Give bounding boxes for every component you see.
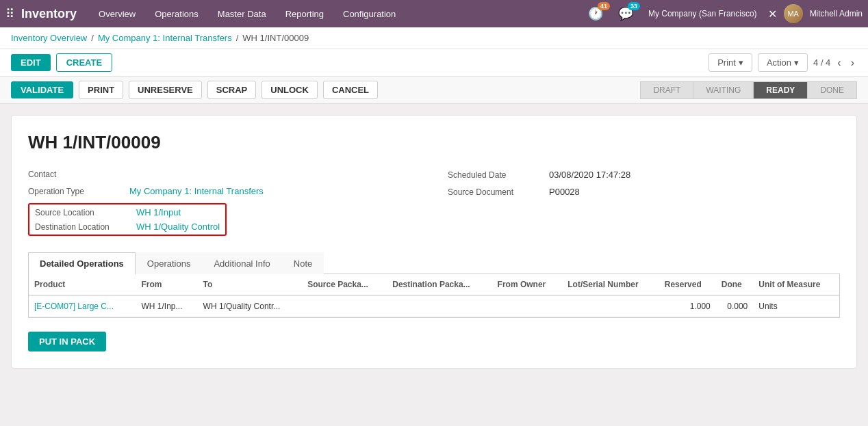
page-info: 4 / 4: [813, 57, 830, 68]
cell-uom: Units: [753, 295, 839, 317]
avatar: MA: [784, 4, 803, 23]
scheduled-date-field: Scheduled Date 03/08/2020 17:47:28: [448, 170, 840, 180]
cell-dest-pack: [387, 295, 492, 317]
messages-button[interactable]: 💬 33: [614, 5, 637, 23]
document-card: WH 1/INT/00009 Contact Operation Type My…: [11, 115, 857, 369]
print-label: Print: [717, 57, 736, 68]
fields-right: Scheduled Date 03/08/2020 17:47:28 Sourc…: [448, 170, 840, 236]
nav-menu: Overview Operations Master Data Reportin…: [90, 6, 584, 22]
cell-from: WH 1/Inp...: [136, 295, 197, 317]
tab-detailed-operations[interactable]: Detailed Operations: [28, 252, 136, 274]
col-to: To: [198, 274, 303, 295]
tabs: Detailed Operations Operations Additiona…: [28, 252, 840, 274]
step-ready: READY: [753, 81, 808, 99]
action-bar: EDIT CREATE Print ▾ Action ▾ 4 / 4 ‹ ›: [0, 49, 868, 77]
tab-note[interactable]: Note: [282, 252, 324, 274]
col-done: Done: [716, 274, 754, 295]
contact-label: Contact: [28, 170, 124, 179]
nav-overview[interactable]: Overview: [90, 6, 144, 22]
breadcrumb-overview[interactable]: Inventory Overview: [11, 33, 87, 43]
prev-page-button[interactable]: ‹: [834, 55, 843, 70]
status-steps: DRAFT WAITING READY DONE: [641, 81, 857, 99]
source-location-field: Source Location WH 1/Input: [35, 207, 220, 217]
user-name: Mitchell Admin: [810, 9, 863, 18]
nav-master-data[interactable]: Master Data: [209, 6, 275, 22]
operation-type-label: Operation Type: [28, 187, 124, 196]
nav-reporting[interactable]: Reporting: [277, 6, 332, 22]
cell-to: WH 1/Quality Contr...: [198, 295, 303, 317]
put-in-pack-button[interactable]: PUT IN PACK: [28, 332, 106, 351]
dest-location-label: Destination Location: [35, 222, 131, 232]
nav-right-section: 🕐 41 💬 33 My Company (San Francisco) ✕ M…: [584, 4, 863, 23]
step-done: DONE: [807, 81, 857, 99]
print-dropdown[interactable]: Print ▾: [709, 53, 752, 72]
cell-lot-serial: [562, 295, 659, 317]
print-chevron-icon: ▾: [739, 57, 743, 68]
cell-reserved: 1.000: [659, 295, 716, 317]
scrap-button[interactable]: SCRAP: [207, 81, 257, 99]
nav-operations[interactable]: Operations: [146, 6, 207, 22]
source-location-value[interactable]: WH 1/Input: [136, 207, 181, 217]
main-content: WH 1/INT/00009 Contact Operation Type My…: [0, 104, 868, 380]
close-button[interactable]: ✕: [768, 8, 777, 21]
tab-operations[interactable]: Operations: [136, 252, 203, 274]
table-header-row: Product From To Source Packa... Destinat…: [29, 274, 839, 295]
operation-type-value[interactable]: My Company 1: Internal Transfers: [129, 186, 264, 196]
col-source-pack: Source Packa...: [302, 274, 387, 295]
col-product: Product: [29, 274, 136, 295]
app-grid-icon[interactable]: ⠿: [5, 6, 14, 21]
notification-badge: 41: [598, 2, 610, 10]
step-draft: DRAFT: [640, 81, 693, 99]
scheduled-date-label: Scheduled Date: [448, 170, 544, 180]
dest-location-value[interactable]: WH 1/Quality Control: [136, 222, 220, 232]
app-title: Inventory: [21, 7, 77, 21]
document-title: WH 1/INT/00009: [28, 132, 840, 153]
nav-configuration[interactable]: Configuration: [335, 6, 404, 22]
col-from: From: [136, 274, 197, 295]
notifications-button[interactable]: 🕐 41: [584, 5, 607, 23]
create-button[interactable]: CREATE: [56, 53, 112, 72]
breadcrumb-transfers[interactable]: My Company 1: Internal Transfers: [98, 33, 232, 43]
location-box: Source Location WH 1/Input Destination L…: [28, 203, 227, 236]
cell-source-pack: [302, 295, 387, 317]
operation-type-field: Operation Type My Company 1: Internal Tr…: [28, 186, 420, 196]
table-row[interactable]: [E-COM07] Large C... WH 1/Inp... WH 1/Qu…: [29, 295, 839, 317]
action-chevron-icon: ▾: [794, 57, 799, 68]
step-waiting: WAITING: [693, 81, 754, 99]
message-badge: 33: [628, 2, 640, 10]
cell-from-owner: [492, 295, 563, 317]
tab-additional-info[interactable]: Additional Info: [202, 252, 281, 274]
dest-location-field: Destination Location WH 1/Quality Contro…: [35, 222, 220, 232]
cancel-button[interactable]: CANCEL: [323, 81, 378, 99]
source-location-label: Source Location: [35, 208, 131, 217]
col-dest-pack: Destination Packa...: [387, 274, 492, 295]
unlock-button[interactable]: UNLOCK: [261, 81, 318, 99]
validate-button[interactable]: VALIDATE: [11, 81, 73, 98]
company-selector[interactable]: My Company (San Francisco): [644, 8, 761, 20]
print-button[interactable]: PRINT: [79, 81, 123, 99]
action-dropdown[interactable]: Action ▾: [758, 53, 808, 72]
source-doc-label: Source Document: [448, 187, 544, 197]
breadcrumb-current: WH 1/INT/00009: [242, 33, 309, 43]
edit-button[interactable]: EDIT: [11, 54, 51, 71]
action-label: Action: [767, 57, 791, 68]
contact-field: Contact: [28, 170, 420, 179]
operations-table: Product From To Source Packa... Destinat…: [29, 274, 839, 317]
fields-left: Contact Operation Type My Company 1: Int…: [28, 170, 420, 236]
breadcrumb-sep2: /: [236, 33, 239, 43]
col-from-owner: From Owner: [492, 274, 563, 295]
unreserve-button[interactable]: UNRESERVE: [129, 81, 202, 99]
cell-product[interactable]: [E-COM07] Large C...: [29, 295, 136, 317]
status-bar: VALIDATE PRINT UNRESERVE SCRAP UNLOCK CA…: [0, 77, 868, 104]
next-page-button[interactable]: ›: [848, 55, 857, 70]
col-reserved: Reserved: [659, 274, 716, 295]
scheduled-date-value: 03/08/2020 17:47:28: [549, 170, 630, 180]
tab-content: Product From To Source Packa... Destinat…: [28, 274, 840, 318]
cell-done: 0.000: [716, 295, 754, 317]
col-lot-serial: Lot/Serial Number: [562, 274, 659, 295]
source-doc-value: P00028: [549, 187, 580, 197]
col-uom: Unit of Measure: [753, 274, 839, 295]
fields-section: Contact Operation Type My Company 1: Int…: [28, 170, 840, 236]
breadcrumb-sep1: /: [91, 33, 94, 43]
source-doc-field: Source Document P00028: [448, 187, 840, 197]
